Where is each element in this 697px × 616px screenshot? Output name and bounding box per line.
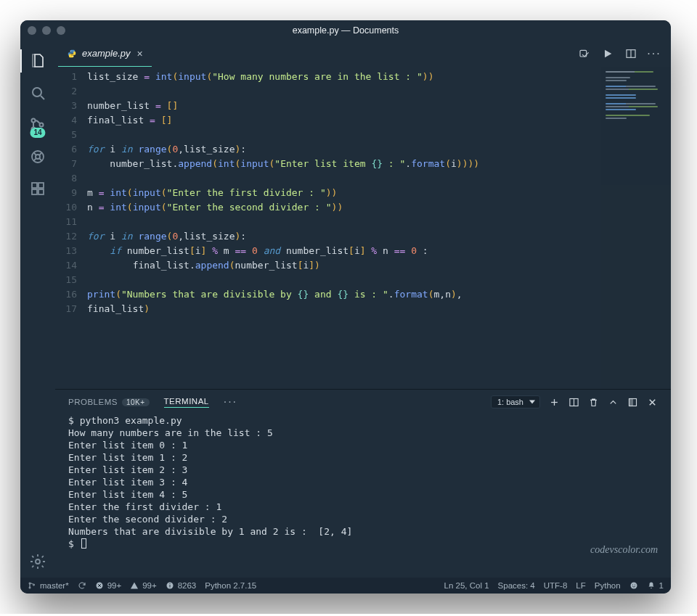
- debug-icon[interactable]: [20, 141, 55, 173]
- svg-rect-9: [38, 189, 44, 194]
- interpreter-status[interactable]: Python 2.7.15: [205, 581, 256, 590]
- close-tab-icon[interactable]: ×: [136, 48, 142, 59]
- settings-gear-icon[interactable]: [20, 546, 55, 578]
- encoding-status[interactable]: UTF-8: [544, 581, 568, 590]
- svg-rect-33: [169, 583, 170, 584]
- git-branch-status[interactable]: master*: [28, 581, 69, 590]
- svg-point-4: [40, 123, 44, 127]
- svg-rect-10: [38, 183, 44, 188]
- editor-area: example.py × ··· 1 2 3 4 5 6 7 8 9 10 11…: [55, 41, 671, 578]
- search-icon[interactable]: [20, 77, 55, 109]
- watermark-text: codevscolor.com: [590, 544, 658, 556]
- panel: PROBLEMS 10K+ TERMINAL ··· 1: bash: [55, 389, 671, 578]
- zoom-window-button[interactable]: [57, 26, 65, 35]
- info-status[interactable]: 8263: [166, 581, 197, 590]
- svg-point-35: [632, 584, 632, 585]
- problems-tab[interactable]: PROBLEMS 10K+: [68, 398, 150, 406]
- svg-point-27: [33, 584, 35, 586]
- python-file-icon: [67, 49, 77, 59]
- tab-example-py[interactable]: example.py ×: [58, 41, 152, 67]
- split-editor-icon[interactable]: [624, 47, 637, 60]
- explorer-icon[interactable]: [20, 45, 55, 77]
- collapse-panel-icon[interactable]: [608, 397, 619, 408]
- svg-rect-32: [169, 585, 170, 588]
- svg-point-2: [32, 119, 36, 123]
- app-window: example.py — Documents 14: [20, 20, 671, 594]
- kill-terminal-icon[interactable]: [588, 397, 599, 408]
- warnings-status[interactable]: 99+: [130, 581, 157, 590]
- svg-point-12: [70, 50, 71, 51]
- open-changes-icon[interactable]: [578, 47, 591, 60]
- svg-point-6: [36, 155, 40, 159]
- more-actions-icon[interactable]: ···: [648, 47, 661, 60]
- activity-bar: 14: [20, 41, 55, 578]
- notifications-status[interactable]: 1: [647, 581, 664, 590]
- terminal-select[interactable]: 1: bash: [491, 395, 540, 408]
- line-number-gutter: 1 2 3 4 5 6 7 8 9 10 11 12 13 14 15 16 1…: [55, 67, 87, 389]
- close-window-button[interactable]: [28, 26, 36, 35]
- svg-rect-7: [32, 183, 37, 188]
- traffic-lights: [28, 26, 65, 35]
- svg-point-0: [33, 88, 41, 96]
- minimap[interactable]: [601, 67, 671, 389]
- terminal-body[interactable]: $ python3 example.py How many numbers ar…: [55, 414, 671, 578]
- tab-bar: example.py × ···: [55, 41, 671, 67]
- source-control-badge: 14: [30, 128, 45, 138]
- errors-status[interactable]: 99+: [95, 581, 122, 590]
- problems-count-badge: 10K+: [122, 398, 150, 406]
- svg-point-26: [29, 587, 30, 588]
- eol-status[interactable]: LF: [576, 581, 585, 590]
- titlebar: example.py — Documents: [20, 20, 671, 41]
- svg-line-1: [41, 96, 44, 99]
- status-bar: master* 99+ 99+ 8263 Python 2.7.15 Ln 25…: [20, 578, 671, 594]
- svg-rect-8: [32, 189, 37, 194]
- close-panel-icon[interactable]: [647, 397, 658, 408]
- window-title: example.py — Documents: [20, 25, 671, 36]
- sync-status[interactable]: [78, 581, 86, 590]
- cursor-position-status[interactable]: Ln 25, Col 1: [444, 581, 489, 590]
- terminal-cursor: [81, 538, 86, 549]
- language-mode-status[interactable]: Python: [595, 581, 621, 590]
- tab-title: example.py: [82, 48, 130, 59]
- panel-tabs: PROBLEMS 10K+ TERMINAL ··· 1: bash: [55, 390, 671, 414]
- terminal-tab[interactable]: TERMINAL: [164, 397, 209, 408]
- new-terminal-icon[interactable]: [549, 397, 560, 408]
- svg-rect-22: [629, 398, 633, 406]
- indentation-status[interactable]: Spaces: 4: [498, 581, 535, 590]
- feedback-icon[interactable]: [629, 581, 638, 590]
- minimize-window-button[interactable]: [42, 26, 51, 35]
- code-editor[interactable]: 1 2 3 4 5 6 7 8 9 10 11 12 13 14 15 16 1…: [55, 67, 671, 389]
- svg-point-25: [29, 583, 30, 584]
- terminal-output: $ python3 example.py How many numbers ar…: [68, 414, 658, 550]
- svg-point-34: [630, 583, 637, 589]
- svg-point-11: [36, 559, 40, 564]
- extensions-icon[interactable]: [20, 173, 55, 205]
- run-icon[interactable]: [601, 47, 614, 60]
- maximize-panel-icon[interactable]: [627, 397, 638, 408]
- svg-point-13: [73, 56, 73, 57]
- svg-point-36: [634, 584, 635, 585]
- code-content: list_size = int(input("How many numbers …: [87, 67, 601, 316]
- source-control-icon[interactable]: 14: [20, 109, 55, 141]
- split-terminal-icon[interactable]: [568, 397, 579, 408]
